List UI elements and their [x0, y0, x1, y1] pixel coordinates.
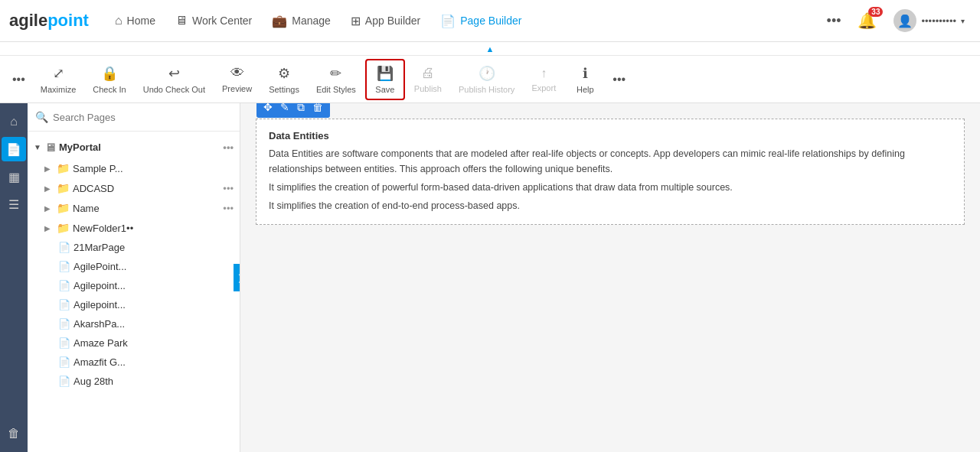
user-menu[interactable]: 👤 •••••••••• ▾ [887, 6, 971, 35]
tree-label: Amaze Park [74, 337, 234, 349]
toolbar-more-right[interactable]: ••• [606, 68, 632, 91]
nav-home[interactable]: ⌂ Home [106, 9, 165, 32]
save-icon: 💾 [377, 65, 394, 82]
content-block-text2: It simplifies the creation of powerful f… [269, 180, 952, 195]
save-button[interactable]: 💾 Save [365, 59, 405, 100]
notification-button[interactable]: 🔔 33 [854, 8, 880, 33]
export-button[interactable]: ↑ Export [524, 62, 564, 97]
root-toggle-icon[interactable]: ▼ [34, 143, 41, 151]
tree-label: ADCASD [73, 183, 220, 194]
logo: agilepoint [9, 11, 89, 31]
workcenter-icon: 🖥 [175, 14, 188, 28]
editstyles-button[interactable]: ✏ Edit Styles [309, 60, 364, 99]
user-name: •••••••••• [921, 15, 956, 27]
undocheckout-label: Undo Check Out [143, 85, 205, 94]
editstyles-icon: ✏ [330, 65, 341, 82]
maximize-label: Maximize [41, 85, 76, 94]
list-item[interactable]: ▶ 📁 Name ••• [28, 198, 240, 218]
logo-agile: agile [9, 11, 47, 30]
copy-btn[interactable]: ⧉ [294, 103, 308, 115]
tree-label: Aug 28th [74, 376, 234, 387]
left-nav-home[interactable]: ⌂ [2, 109, 26, 134]
search-input[interactable] [53, 112, 232, 123]
tree-label: 21MarPage [74, 242, 234, 253]
list-item[interactable]: ▶ 📄 Aug 28th [28, 372, 240, 391]
more-btn[interactable]: ••• [223, 183, 234, 194]
publish-button[interactable]: 🖨 Publish [407, 60, 449, 98]
list-item[interactable]: ▶ 📄 Agilepoint... [28, 276, 240, 295]
nav-appbuilder-label: App Builder [365, 15, 420, 27]
publish-icon: 🖨 [421, 65, 435, 81]
nav-workcenter[interactable]: 🖥 Work Center [166, 9, 261, 32]
tree-label: Agilepoint... [74, 280, 234, 291]
list-item[interactable]: ▶ 📄 AgilePoint... [28, 257, 240, 276]
tree-label: Amazfit G... [74, 356, 234, 368]
toggle-icon: ▶ [44, 164, 54, 173]
list-item[interactable]: ▶ 📁 NewFolder1•• [28, 218, 240, 238]
nav-appbuilder[interactable]: ⊞ App Builder [341, 9, 430, 33]
settings-icon: ⚙ [278, 65, 290, 82]
nav-more-btn[interactable]: ••• [821, 8, 848, 34]
delete-btn[interactable]: 🗑 [309, 103, 326, 115]
help-button[interactable]: ℹ Help [565, 60, 605, 99]
page-icon: 📄 [58, 242, 70, 253]
page-icon: 📄 [58, 261, 70, 272]
export-icon: ↑ [541, 67, 547, 80]
nav-pagebuilder[interactable]: 📄 Page Builder [431, 9, 531, 33]
tree-label: Agilepoint... [74, 299, 234, 311]
checkin-icon: 🔒 [101, 65, 118, 82]
export-label: Export [531, 83, 556, 93]
list-item[interactable]: ▶ 📄 Amazfit G... [28, 353, 240, 372]
logo-point: point [47, 11, 89, 30]
toolbar-more-left[interactable]: ••• [6, 68, 31, 91]
nav-right: ••• 🔔 33 👤 •••••••••• ▾ [821, 6, 971, 35]
publish-label: Publish [414, 84, 442, 93]
nav-home-label: Home [127, 15, 155, 27]
edit-btn[interactable]: ✎ [277, 103, 292, 115]
content-block: ✥ ✎ ⧉ 🗑 Data Entities Data Entities are … [256, 119, 965, 225]
preview-label: Preview [222, 84, 252, 93]
list-item[interactable]: ▶ 📄 Amaze Park [28, 333, 240, 353]
sidebar-expand-button[interactable]: ❯ [234, 264, 240, 291]
content-block-toolbar: ✥ ✎ ⧉ 🗑 [256, 103, 330, 118]
nav-workcenter-label: Work Center [192, 15, 252, 27]
list-item[interactable]: ▶ 📄 Agilepoint... [28, 295, 240, 314]
toggle-icon: ▶ [44, 184, 54, 193]
list-item[interactable]: ▶ 📁 Sample P... [28, 158, 240, 178]
list-item[interactable]: ▶ 📄 21MarPage [28, 238, 240, 257]
folder-icon: 📁 [57, 202, 70, 214]
tree-label: NewFolder1•• [73, 223, 234, 234]
left-nav-list[interactable]: ☰ [2, 192, 26, 216]
left-nav-grid[interactable]: ▦ [2, 164, 26, 189]
pagebuilder-icon: 📄 [440, 14, 456, 28]
content-block-text1: Data Entities are software components th… [269, 146, 952, 177]
page-icon: 📄 [58, 376, 70, 387]
page-icon: 📄 [58, 299, 70, 311]
save-label: Save [375, 85, 394, 94]
left-nav-pages[interactable]: 📄 [2, 137, 26, 161]
list-item[interactable]: ▶ 📄 AkarshPa... [28, 314, 240, 333]
undocheckout-button[interactable]: ↩ Undo Check Out [136, 60, 213, 99]
tree-label: Sample P... [73, 163, 234, 174]
checkin-button[interactable]: 🔒 Check In [85, 60, 133, 99]
tree-label: Name [73, 203, 220, 214]
root-more-btn[interactable]: ••• [223, 141, 234, 153]
preview-button[interactable]: 👁 Preview [214, 60, 260, 98]
left-nav-trash[interactable]: 🗑 [2, 421, 26, 446]
publishhistory-icon: 🕐 [479, 65, 495, 82]
publishhistory-button[interactable]: 🕐 Publish History [451, 60, 522, 99]
folder-icon: 📁 [57, 162, 70, 174]
move-handle[interactable]: ✥ [260, 103, 276, 115]
settings-button[interactable]: ⚙ Settings [261, 60, 307, 99]
settings-label: Settings [269, 85, 299, 94]
home-icon: ⌂ [115, 14, 122, 28]
collapse-bar[interactable]: ▲ [0, 42, 980, 56]
maximize-button[interactable]: ⤢ Maximize [33, 60, 83, 99]
more-btn[interactable]: ••• [223, 203, 234, 214]
content-block-title: Data Entities [269, 130, 952, 141]
appbuilder-icon: ⊞ [351, 14, 361, 28]
publishhistory-label: Publish History [459, 85, 514, 94]
tree-label: AgilePoint... [74, 261, 234, 272]
list-item[interactable]: ▶ 📁 ADCASD ••• [28, 178, 240, 198]
nav-manage[interactable]: 💼 Manage [263, 9, 340, 33]
